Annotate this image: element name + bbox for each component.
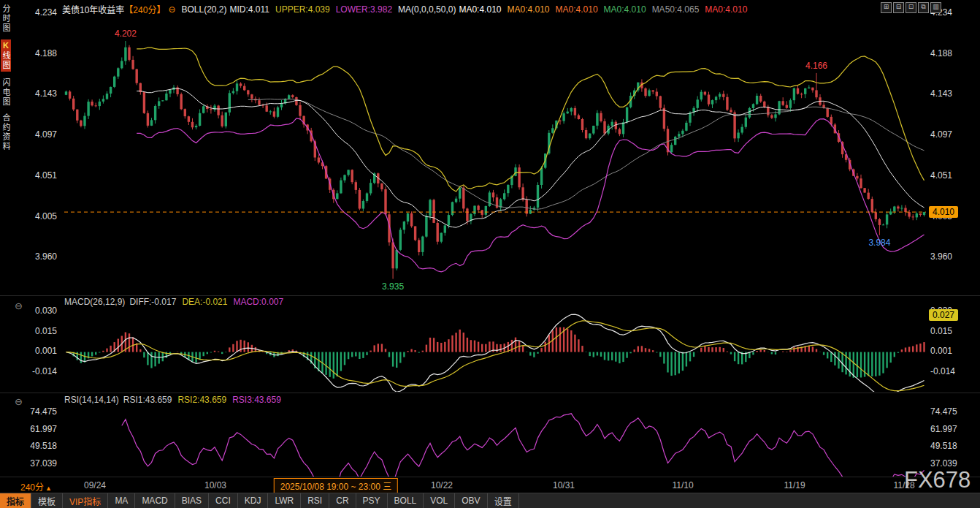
period-label: 240分 (20, 482, 44, 493)
sidebar-active-marker: K (1, 41, 10, 51)
price-axis-tick: 4.051 (930, 170, 968, 181)
toolbar-tab-指标[interactable]: 指标 (0, 493, 31, 508)
layout-button-2[interactable]: ⊟ (893, 2, 904, 13)
macd-axis-tick: 0.001 (930, 346, 968, 356)
macd-axis-tick: 0.015 (930, 326, 968, 336)
ma-value-1: MA0:4.010 (459, 4, 501, 15)
rsi-axis-tick: 37.039 (19, 458, 57, 469)
rsi-legend: RSI(14,14,14) RSI1:43.659 RSI2:43.659 RS… (64, 395, 281, 405)
rsi-indicator-name: RSI(14,14,14) (64, 395, 119, 405)
time-tick: 10/22 (431, 480, 453, 490)
macd-axis-tick: -0.014 (930, 366, 968, 376)
sidebar-item-2[interactable]: K线图 (1, 39, 11, 72)
price-axis-tick: 4.097 (930, 129, 968, 140)
time-tick: 09/24 (84, 480, 106, 490)
rsi3-value: RSI3:43.659 (232, 395, 281, 405)
boll-upper-value: UPPER:4.039 (275, 4, 330, 15)
macd-axis-tick: 0.001 (19, 346, 57, 356)
time-tick: 11/19 (784, 480, 805, 490)
rsi2-value: RSI2:43.659 (177, 395, 226, 405)
time-tick: 11/10 (672, 480, 693, 490)
time-tick: 10/03 (204, 480, 226, 490)
rsi-axis-tick: 61.997 (19, 424, 57, 434)
layout-buttons: ⊞⊟⊡⧉▥ (881, 2, 941, 13)
rsi1-value: RSI1:43.659 (123, 395, 172, 405)
chart-header: 美债10年收益率 【240分】 ⊖ BOLL(20,2) MID:4.011 U… (62, 3, 753, 15)
sidebar-item-1[interactable]: 分时图 (1, 4, 11, 33)
page-title: 美债10年收益率 (62, 3, 124, 15)
macd-dea-value: DEA:-0.021 (182, 297, 227, 307)
ma-value-2: MA0:4.010 (507, 4, 549, 15)
toolbar-tab-CR[interactable]: CR (329, 493, 356, 508)
toolbar-tab-MA[interactable]: MA (108, 493, 135, 508)
toolbar-tab-OBV[interactable]: OBV (455, 493, 487, 508)
macd-axis-tick: -0.014 (19, 366, 57, 376)
svg-text:4.202: 4.202 (115, 29, 137, 39)
toolbar-tab-PSY[interactable]: PSY (356, 493, 388, 508)
toolbar-tab-模板[interactable]: 模板 (31, 493, 63, 508)
boll-mid-value: MID:4.011 (230, 4, 269, 15)
current-price-tag: 4.010 (929, 206, 958, 218)
sidebar-item-4[interactable]: 合约资料 (1, 113, 11, 151)
toolbar-tab-MACD[interactable]: MACD (135, 493, 175, 508)
rsi-axis-tick: 74.475 (19, 406, 57, 417)
boll-lower-value: LOWER:3.982 (336, 4, 392, 15)
price-axis-tick: 4.188 (930, 48, 968, 58)
price-axis-tick: 4.143 (19, 88, 57, 99)
pane-separator (0, 295, 980, 296)
ma-value-6: MA0:4.010 (705, 4, 747, 15)
period-tag: 【240分】 (124, 3, 165, 15)
time-tick: 10/31 (553, 480, 575, 490)
price-axis-tick: 4.143 (930, 88, 968, 99)
price-axis-tick: 4.234 (19, 7, 57, 18)
macd-diff-value: DIFF:-0.017 (129, 297, 176, 307)
collapse-chart-icon[interactable]: ⊖ (168, 4, 175, 15)
toolbar-tab-VOL[interactable]: VOL (424, 493, 455, 508)
price-axis-tick: 3.960 (930, 251, 968, 262)
price-axis-tick: 4.051 (19, 170, 57, 181)
toolbar-tab-RSI[interactable]: RSI (301, 493, 329, 508)
layout-button-5[interactable]: ▥ (930, 2, 941, 13)
ma-value-4: MA0:4.010 (604, 4, 646, 15)
period-indicator[interactable]: 240分▲ (20, 480, 52, 493)
toolbar-tab-KDJ[interactable]: KDJ (238, 493, 269, 508)
macd-legend: MACD(26,12,9) DIFF:-0.017 DEA:-0.021 MAC… (64, 297, 283, 307)
rsi-axis-tick: 74.475 (930, 406, 968, 417)
toolbar-tab-VIP指标[interactable]: VIP指标 (63, 493, 108, 508)
price-axis-tick: 4.188 (19, 48, 57, 58)
toolbar-tab-BIAS[interactable]: BIAS (175, 493, 209, 508)
indicator-toolbar: 指标模板VIP指标MAMACDBIASCCIKDJLWRRSICRPSYBOLL… (0, 493, 980, 508)
macd-axis-tick: 0.030 (19, 306, 57, 316)
macd-pane-toggle-icon[interactable]: ⊖ (15, 300, 23, 311)
rsi-axis-tick: 49.518 (930, 441, 968, 451)
rsi-pane-toggle-icon[interactable]: ⊖ (15, 396, 23, 407)
sidebar-item-3[interactable]: 闪电图 (1, 78, 11, 107)
rsi-axis-tick: 49.518 (19, 441, 57, 451)
selected-time-range: 2025/10/08 19:00 ~ 23:00 三 (274, 478, 398, 493)
svg-text:3.935: 3.935 (382, 281, 404, 292)
ma-value-5: MA50:4.065 (652, 4, 700, 15)
toolbar-tab-CCI[interactable]: CCI (209, 493, 238, 508)
macd-macd-value: MACD:0.007 (233, 297, 283, 307)
watermark: FX678 (904, 467, 971, 493)
price-axis-tick: 3.960 (19, 251, 57, 262)
chart-canvas[interactable]: 4.2023.9354.1663.984 (0, 0, 980, 477)
rsi-axis-tick: 61.997 (930, 424, 968, 434)
ma-group-label: MA(0,0,0,50,0) (398, 4, 456, 15)
macd-value-tag: 0.027 (929, 309, 958, 321)
pane-separator (0, 393, 980, 393)
ma-value-3: MA0:4.010 (556, 4, 598, 15)
layout-button-4[interactable]: ⧉ (918, 2, 929, 13)
macd-axis-tick: 0.015 (19, 326, 57, 336)
toolbar-tab-BOLL[interactable]: BOLL (388, 493, 424, 508)
time-axis: 240分▲ 09/2410/0310/2210/3111/1011/1911/2… (0, 477, 980, 493)
layout-button-1[interactable]: ⊞ (881, 2, 892, 13)
price-axis-tick: 4.005 (19, 211, 57, 221)
toolbar-tab-设置[interactable]: 设置 (488, 493, 519, 508)
chart-type-sidebar: 分时图K线图闪电图合约资料 (0, 4, 12, 151)
svg-text:4.166: 4.166 (805, 61, 827, 71)
macd-indicator-name: MACD(26,12,9) (64, 297, 125, 307)
period-up-arrow-icon: ▲ (45, 485, 52, 492)
layout-button-3[interactable]: ⊡ (906, 2, 916, 13)
toolbar-tab-LWR[interactable]: LWR (268, 493, 301, 508)
